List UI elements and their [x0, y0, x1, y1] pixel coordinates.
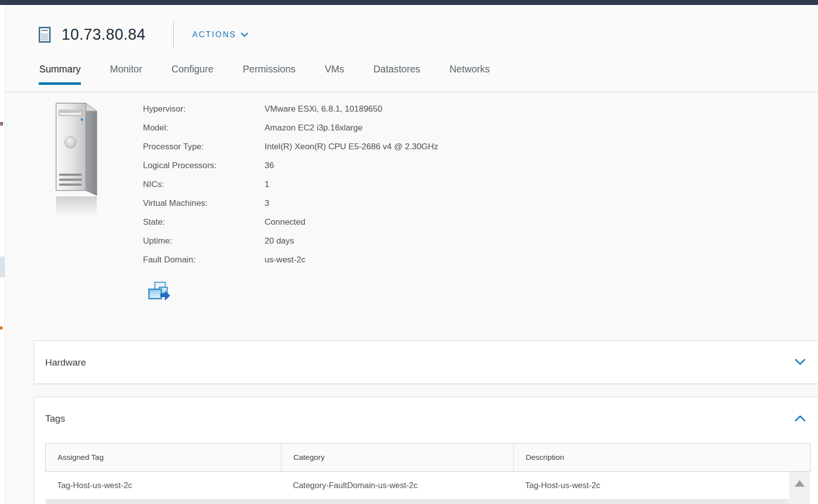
table-scrollbar[interactable]: [789, 472, 810, 504]
info-value: 1: [265, 180, 269, 189]
hardware-panel-title: Hardware: [45, 357, 86, 368]
tab-vms[interactable]: VMs: [324, 63, 344, 85]
title-row: 10.73.80.84 ACTIONS: [39, 20, 248, 50]
host-info-list: Hypervisor: VMware ESXi, 6.8.1, 10189650…: [143, 100, 438, 269]
tab-datastores[interactable]: Datastores: [373, 63, 420, 85]
chevron-up-icon[interactable]: [795, 415, 806, 422]
info-value: 20 days: [265, 236, 294, 246]
chevron-down-icon[interactable]: [795, 359, 806, 365]
info-value: Intel(R) Xeon(R) CPU E5-2686 v4 @ 2.30GH…: [265, 142, 438, 152]
info-label: State:: [143, 217, 265, 227]
info-row-processor-type: Processor Type: Intel(R) Xeon(R) CPU E5-…: [143, 137, 438, 156]
column-header-assigned-tag[interactable]: Assigned Tag: [46, 443, 281, 471]
collapsed-left-rail[interactable]: [0, 5, 5, 504]
info-value: us-west-2c: [265, 255, 305, 265]
info-row-uptime: Uptime: 20 days: [143, 232, 438, 251]
page-title: 10.73.80.84: [62, 26, 145, 44]
tags-panel: Tags Assigned Tag Category Description T…: [34, 397, 818, 504]
main-area: 10.73.80.84 ACTIONS Summary Monitor Conf…: [5, 5, 818, 504]
scroll-up-icon[interactable]: [795, 480, 805, 487]
info-value: Connected: [265, 217, 305, 227]
rail-selection-fragment: [0, 256, 5, 277]
vsphere-host-summary-screen: 10.73.80.84 ACTIONS Summary Monitor Conf…: [0, 0, 818, 504]
table-row[interactable]: Tag-Host-us-west-2c Category-FaultDomain…: [45, 472, 811, 499]
tab-networks[interactable]: Networks: [449, 63, 490, 85]
chevron-down-icon: [241, 32, 248, 37]
tags-table: Assigned Tag Category Description Tag-Ho…: [45, 443, 811, 504]
info-row-fault-domain: Fault Domain: us-west-2c: [143, 251, 438, 269]
info-row-model: Model: Amazon EC2 i3p.16xlarge: [143, 119, 438, 137]
actions-button[interactable]: ACTIONS: [192, 30, 248, 39]
rail-icon-fragment: [0, 122, 3, 126]
info-label: Logical Processors:: [143, 161, 265, 171]
info-row-state: State: Connected: [143, 213, 438, 232]
info-row-virtual-machines: Virtual Machines: 3: [143, 194, 438, 213]
info-value: VMware ESXi, 6.8.1, 10189650: [265, 104, 382, 114]
tab-summary[interactable]: Summary: [39, 63, 81, 85]
tab-permissions[interactable]: Permissions: [242, 63, 296, 85]
tags-table-header: Assigned Tag Category Description: [45, 443, 811, 472]
info-label: Model:: [143, 123, 265, 133]
page-header: 10.73.80.84 ACTIONS Summary Monitor Conf…: [5, 5, 818, 92]
table-row-divider: [46, 499, 789, 504]
rail-icon-fragment: [0, 326, 2, 329]
host-icon: [39, 27, 51, 43]
actions-button-label: ACTIONS: [192, 30, 236, 39]
column-header-category[interactable]: Category: [281, 443, 514, 471]
info-label: Virtual Machines:: [143, 198, 265, 208]
cell-assigned-tag: Tag-Host-us-west-2c: [45, 472, 281, 499]
info-row-nics: NICs: 1: [143, 175, 438, 194]
tab-configure[interactable]: Configure: [171, 63, 214, 85]
info-label: NICs:: [143, 180, 265, 189]
cell-category: Category-FaultDomain-us-west-2c: [281, 472, 513, 499]
cell-description: Tag-Host-us-west-2c: [513, 472, 811, 499]
tab-monitor[interactable]: Monitor: [109, 63, 142, 85]
info-value: 3: [265, 198, 269, 208]
info-value: 36: [265, 161, 274, 171]
column-header-description[interactable]: Description: [514, 443, 810, 471]
info-value: Amazon EC2 i3p.16xlarge: [265, 123, 363, 133]
info-row-hypervisor: Hypervisor: VMware ESXi, 6.8.1, 10189650: [143, 100, 438, 119]
tags-panel-title: Tags: [45, 413, 65, 424]
hardware-panel: Hardware: [34, 340, 818, 384]
tab-bar: Summary Monitor Configure Permissions VM…: [39, 63, 490, 85]
migrate-icon[interactable]: [148, 281, 171, 302]
summary-content: Hypervisor: VMware ESXi, 6.8.1, 10189650…: [5, 93, 818, 504]
info-row-logical-processors: Logical Processors: 36: [143, 156, 438, 175]
info-label: Processor Type:: [143, 142, 265, 152]
info-label: Fault Domain:: [143, 255, 265, 265]
info-label: Hypervisor:: [143, 104, 265, 114]
top-bar: [0, 0, 818, 5]
host-server-image: [52, 99, 104, 216]
info-label: Uptime:: [143, 236, 265, 246]
title-divider: [173, 22, 174, 48]
